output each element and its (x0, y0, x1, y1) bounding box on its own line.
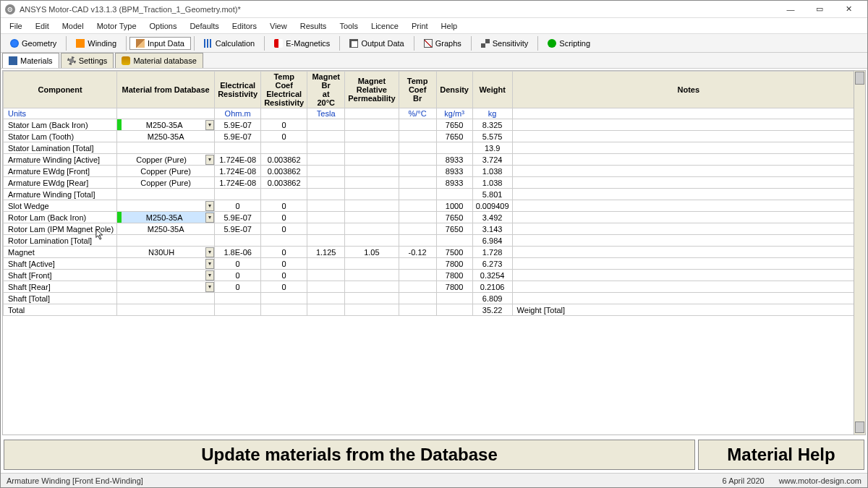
col-magnet-relative-permeability[interactable]: MagnetRelativePermeability (345, 72, 399, 108)
dropdown-icon[interactable]: ▾ (205, 155, 214, 165)
cell-tcb[interactable] (399, 281, 436, 293)
cell-notes[interactable] (512, 270, 864, 281)
col-material-from-database[interactable]: Material from Database (117, 72, 215, 108)
cell-den[interactable] (436, 142, 472, 154)
cell-den[interactable]: 7800 (436, 281, 472, 293)
cell-er[interactable]: 1.724E-08 (215, 177, 261, 189)
grid-scrollbar[interactable] (854, 71, 865, 435)
cell-notes[interactable] (512, 166, 864, 177)
cell-tcb[interactable] (399, 258, 436, 270)
cell-er[interactable] (215, 189, 261, 200)
component-cell[interactable]: Shaft [Active] (4, 258, 117, 270)
col-temp-coef-electrical-resistivity[interactable]: TempCoefElectricalResistivity (261, 72, 307, 108)
menu-view[interactable]: View (264, 20, 293, 33)
cell-br[interactable] (307, 304, 345, 316)
cell-wt[interactable]: 0.2106 (472, 281, 512, 293)
dropdown-icon[interactable]: ▾ (205, 201, 214, 211)
col-temp-coef-br[interactable]: TempCoefBr (399, 72, 436, 108)
menu-options[interactable]: Options (144, 20, 183, 33)
cell-den[interactable] (436, 293, 472, 304)
cell-tc[interactable]: 0 (261, 258, 307, 270)
cell-mp[interactable] (345, 189, 399, 200)
component-cell[interactable]: Rotor Lam (Back Iron) (4, 212, 117, 223)
cell-den[interactable] (436, 189, 472, 200)
cell-br[interactable] (307, 119, 345, 131)
cell-br[interactable] (307, 189, 345, 200)
cell-er[interactable]: 1.724E-08 (215, 154, 261, 166)
cell-den[interactable]: 8933 (436, 166, 472, 177)
component-cell[interactable]: Shaft [Total] (4, 293, 117, 304)
cell-er[interactable]: 5.9E-07 (215, 119, 261, 131)
cell-notes[interactable] (512, 189, 864, 200)
cell-tc[interactable]: 0 (261, 119, 307, 131)
col-component[interactable]: Component (4, 72, 117, 108)
component-cell[interactable]: Stator Lam (Back Iron) (4, 119, 117, 131)
toolbar-winding[interactable]: Winding (69, 37, 123, 50)
dropdown-icon[interactable]: ▾ (205, 259, 214, 269)
cell-wt[interactable]: 5.801 (472, 189, 512, 200)
cell-br[interactable] (307, 258, 345, 270)
cell-tc[interactable] (261, 293, 307, 304)
cell-mp[interactable] (345, 223, 399, 235)
cell-notes[interactable] (512, 142, 864, 154)
material-cell[interactable]: ▾ (117, 258, 215, 270)
cell-den[interactable] (436, 304, 472, 316)
cell-br[interactable] (307, 142, 345, 154)
cell-er[interactable]: 1.724E-08 (215, 166, 261, 177)
cell-mp[interactable] (345, 258, 399, 270)
component-cell[interactable]: Armature Winding [Active] (4, 154, 117, 166)
component-cell[interactable]: Armature Winding [Total] (4, 189, 117, 200)
component-cell[interactable]: Armature EWdg [Rear] (4, 177, 117, 189)
toolbar-input-data[interactable]: Input Data (129, 37, 191, 50)
cell-er[interactable]: 0 (215, 281, 261, 293)
menu-edit[interactable]: Edit (30, 20, 55, 33)
cell-tcb[interactable] (399, 200, 436, 212)
cell-mp[interactable] (345, 293, 399, 304)
cell-tc[interactable] (261, 189, 307, 200)
cell-er[interactable]: 0 (215, 258, 261, 270)
dropdown-icon[interactable]: ▾ (205, 247, 214, 257)
material-cell[interactable]: M250-35A (117, 131, 215, 142)
toolbar-sensitivity[interactable]: Sensitivity (475, 37, 535, 50)
material-cell[interactable] (117, 235, 215, 247)
cell-tc[interactable]: 0.003862 (261, 154, 307, 166)
dropdown-icon[interactable]: ▾ (205, 282, 214, 292)
cell-br[interactable] (307, 154, 345, 166)
menu-motor-type[interactable]: Motor Type (91, 20, 142, 33)
cell-mp[interactable] (345, 281, 399, 293)
cell-tc[interactable] (261, 235, 307, 247)
col-notes[interactable]: Notes (512, 72, 864, 108)
cell-mp[interactable] (345, 200, 399, 212)
cell-wt[interactable]: 3.724 (472, 154, 512, 166)
minimize-button[interactable]: — (776, 1, 805, 17)
cell-br[interactable] (307, 223, 345, 235)
cell-wt[interactable]: 35.22 (472, 304, 512, 316)
component-cell[interactable]: Rotor Lamination [Total] (4, 235, 117, 247)
cell-tcb[interactable] (399, 154, 436, 166)
cell-notes[interactable] (512, 200, 864, 212)
menu-results[interactable]: Results (294, 20, 333, 33)
cell-br[interactable]: 1.125 (307, 247, 345, 258)
cell-mp[interactable] (345, 304, 399, 316)
cell-mp[interactable] (345, 166, 399, 177)
cell-mp[interactable] (345, 131, 399, 142)
menu-editors[interactable]: Editors (226, 20, 263, 33)
cell-den[interactable]: 8933 (436, 154, 472, 166)
cell-wt[interactable]: 6.809 (472, 293, 512, 304)
scroll-thumb-bottom[interactable] (855, 421, 864, 433)
close-button[interactable]: ✕ (834, 1, 863, 17)
toolbar-geometry[interactable]: Geometry (4, 37, 63, 50)
material-cell[interactable]: Copper (Pure) (117, 177, 215, 189)
cell-br[interactable] (307, 281, 345, 293)
cell-tc[interactable]: 0 (261, 270, 307, 281)
material-cell[interactable] (117, 189, 215, 200)
dropdown-icon[interactable]: ▾ (205, 120, 214, 130)
cell-tc[interactable]: 0 (261, 200, 307, 212)
component-cell[interactable]: Stator Lam (Tooth) (4, 131, 117, 142)
cell-br[interactable] (307, 200, 345, 212)
menu-licence[interactable]: Licence (365, 20, 404, 33)
component-cell[interactable]: Stator Lamination [Total] (4, 142, 117, 154)
cell-wt[interactable]: 1.038 (472, 177, 512, 189)
cell-er[interactable]: 5.9E-07 (215, 223, 261, 235)
material-cell[interactable]: Copper (Pure)▾ (117, 154, 215, 166)
